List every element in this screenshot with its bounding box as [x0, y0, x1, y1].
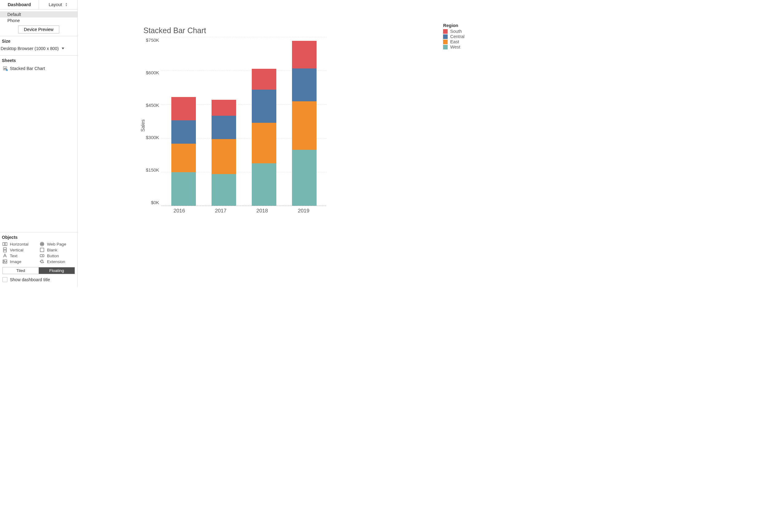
- legend-label: South: [450, 29, 462, 34]
- legend-item-west[interactable]: West: [443, 45, 464, 50]
- dashboard-side-panel: Dashboard Layout ▲▼ Default Phone Device…: [0, 0, 78, 287]
- device-view-default[interactable]: Default: [0, 11, 77, 18]
- vertical-icon: [2, 247, 7, 252]
- webpage-icon: [40, 242, 45, 247]
- device-view-list: Default Phone Device Preview: [0, 10, 77, 36]
- objects-header: Objects: [0, 232, 77, 242]
- object-button[interactable]: Button: [40, 253, 75, 258]
- blank-icon: [40, 247, 45, 252]
- y-axis-label: Sales: [139, 37, 146, 214]
- tab-layout-label: Layout: [49, 2, 62, 7]
- y-tick: $0K: [151, 200, 159, 205]
- object-label: Image: [10, 259, 21, 264]
- object-blank[interactable]: Blank: [40, 247, 75, 252]
- layout-mode-toggle: Tiled Floating: [2, 267, 75, 274]
- size-value: Desktop Browser (1000 x 800): [1, 46, 59, 51]
- object-text[interactable]: Text: [2, 253, 38, 258]
- x-tick: 2018: [250, 208, 274, 214]
- plot-area[interactable]: [161, 37, 327, 206]
- segment-central[interactable]: [252, 90, 276, 123]
- legend-item-east[interactable]: East: [443, 39, 464, 44]
- object-image[interactable]: Image: [2, 259, 38, 264]
- legend-label: East: [450, 39, 459, 44]
- legend-title: Region: [443, 23, 464, 28]
- object-label: Web Page: [47, 242, 66, 247]
- tab-layout[interactable]: Layout ▲▼: [39, 0, 78, 9]
- bars-group: [161, 37, 327, 206]
- text-icon: [2, 253, 7, 258]
- show-title-row[interactable]: Show dashboard title: [0, 274, 77, 285]
- segment-central[interactable]: [212, 116, 236, 139]
- legend-label: Central: [450, 34, 464, 39]
- extension-icon: [40, 259, 45, 264]
- panel-tabs: Dashboard Layout ▲▼: [0, 0, 77, 10]
- show-title-label: Show dashboard title: [10, 277, 50, 282]
- sheet-item[interactable]: Stacked Bar Chart: [0, 65, 77, 72]
- object-label: Blank: [47, 248, 58, 252]
- bar-2017[interactable]: [212, 100, 236, 206]
- sheets-section: Sheets Stacked Bar Chart: [0, 56, 77, 232]
- object-extension[interactable]: Extension: [40, 259, 75, 264]
- object-label: Extension: [47, 259, 65, 264]
- segment-east[interactable]: [252, 123, 276, 163]
- device-preview-button[interactable]: Device Preview: [18, 25, 59, 33]
- segment-south[interactable]: [212, 100, 236, 116]
- legend-item-central[interactable]: Central: [443, 34, 464, 39]
- checkbox-unchecked-icon[interactable]: [2, 277, 7, 282]
- segment-east[interactable]: [171, 144, 196, 172]
- object-label: Horizontal: [10, 242, 28, 247]
- size-dropdown[interactable]: Desktop Browser (1000 x 800): [0, 45, 77, 52]
- segment-west[interactable]: [171, 172, 196, 206]
- horizontal-icon: [2, 242, 7, 247]
- segment-east[interactable]: [212, 139, 236, 174]
- legend-swatch: [443, 29, 448, 34]
- y-tick: $300K: [146, 135, 159, 140]
- x-tick: 2017: [209, 208, 233, 214]
- svg-rect-8: [3, 248, 7, 249]
- segment-south[interactable]: [171, 97, 196, 120]
- legend-swatch: [443, 40, 448, 44]
- segment-west[interactable]: [252, 163, 276, 206]
- bar-2019[interactable]: [292, 41, 317, 206]
- x-tick: 2016: [167, 208, 192, 214]
- y-axis-ticks: $750K$600K$450K$300K$150K$0K: [146, 37, 161, 206]
- legend-item-south[interactable]: South: [443, 29, 464, 34]
- device-view-phone[interactable]: Phone: [0, 18, 77, 24]
- app-root: Dashboard Layout ▲▼ Default Phone Device…: [0, 0, 402, 287]
- y-tick: $450K: [146, 102, 159, 108]
- object-label: Vertical: [10, 248, 23, 252]
- segment-south[interactable]: [292, 41, 317, 68]
- toggle-tiled[interactable]: Tiled: [3, 267, 39, 274]
- sheets-header: Sheets: [0, 56, 77, 65]
- objects-section: Objects HorizontalWeb PageVerticalBlankT…: [0, 232, 77, 287]
- button-icon: [40, 253, 45, 258]
- worksheet-icon: [3, 66, 7, 71]
- tab-dashboard[interactable]: Dashboard: [0, 0, 39, 9]
- segment-east[interactable]: [292, 101, 317, 150]
- object-webpage[interactable]: Web Page: [40, 242, 75, 247]
- svg-rect-1: [4, 68, 5, 69]
- svg-rect-10: [40, 248, 44, 252]
- object-vertical[interactable]: Vertical: [2, 247, 38, 252]
- svg-rect-3: [6, 68, 7, 69]
- segment-west[interactable]: [292, 150, 317, 206]
- x-tick: 2019: [291, 208, 316, 214]
- segment-central[interactable]: [292, 68, 317, 102]
- bar-2018[interactable]: [252, 69, 276, 206]
- svg-rect-9: [3, 250, 7, 252]
- segment-south[interactable]: [252, 69, 276, 90]
- object-label: Button: [47, 253, 59, 258]
- bar-2016[interactable]: [171, 97, 196, 206]
- sort-icon: ▲▼: [65, 2, 67, 7]
- segment-west[interactable]: [212, 174, 236, 206]
- y-tick: $150K: [146, 167, 159, 172]
- toggle-floating[interactable]: Floating: [39, 267, 75, 274]
- object-horizontal[interactable]: Horizontal: [2, 242, 38, 247]
- sheet-item-label: Stacked Bar Chart: [10, 66, 45, 71]
- legend: Region SouthCentralEastWest: [443, 23, 464, 50]
- dashboard-canvas[interactable]: Stacked Bar Chart Sales $750K$600K$450K$…: [78, 0, 402, 287]
- size-section: Size Desktop Browser (1000 x 800): [0, 36, 77, 56]
- svg-rect-5: [3, 243, 5, 246]
- segment-central[interactable]: [171, 120, 196, 144]
- chevron-down-icon: [62, 48, 64, 50]
